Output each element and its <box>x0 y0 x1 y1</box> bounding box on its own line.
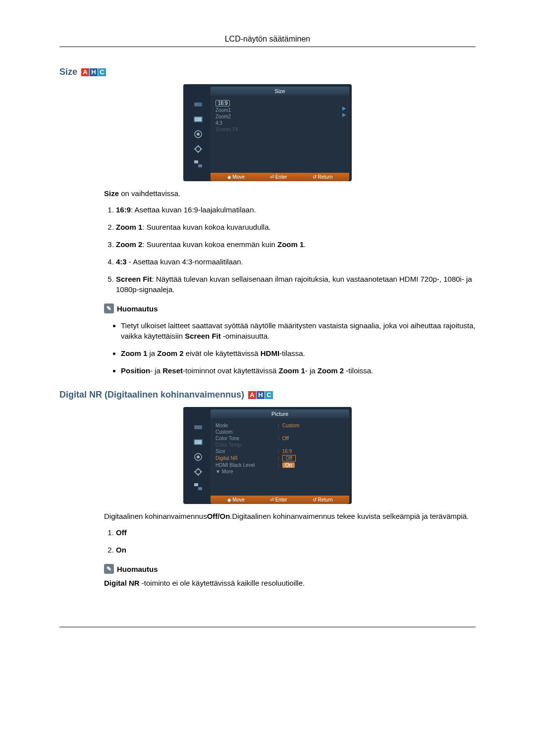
svg-point-12 <box>195 426 197 428</box>
setup-icon <box>190 143 206 155</box>
osd-footer-move: ◆ Move <box>227 497 245 503</box>
svg-rect-10 <box>198 164 202 167</box>
svg-point-2 <box>199 103 201 105</box>
picture-icon <box>190 436 206 448</box>
input-icon <box>190 99 206 110</box>
osd-size-title: Size <box>211 87 349 96</box>
svg-point-5 <box>196 118 198 120</box>
sound-icon <box>190 128 206 140</box>
note-icon: ✎ <box>104 564 114 574</box>
svg-point-7 <box>197 133 200 136</box>
osd-footer: ◆ Move ⏎ Enter ↺ Return <box>211 496 349 504</box>
svg-point-1 <box>195 103 197 105</box>
osd-item-zoom1: Zoom1▶ <box>214 107 344 113</box>
size-item-screen-fit: Screen Fit: Näyttää tulevan kuvan sellai… <box>116 274 476 295</box>
osd-item-4-3: 4:3 <box>214 120 344 126</box>
osd-size-panel: Size 16:9 Zoom1▶ Zoom2▶ 4:3 Screen Fit <box>183 84 352 181</box>
ahc-badge: A H C <box>81 68 106 76</box>
size-item-4-3: 4:3 - Asettaa kuvan 4:3-normaalitilaan. <box>116 256 476 267</box>
osd-row-color-tone: Color Tone: Off <box>214 435 344 442</box>
osd-row-color-temp: Color Temp. <box>214 442 344 448</box>
osd-row-custom: Custom <box>214 429 344 435</box>
osd-item-screen-fit: Screen Fit <box>214 126 344 133</box>
multi-icon <box>190 158 206 170</box>
osd-row-more: ▼ More <box>214 468 344 475</box>
size-note-bullets: Tietyt ulkoiset laitteet saattavat syött… <box>104 320 476 376</box>
osd-footer: ◆ Move ⏎ Enter ↺ Return <box>211 173 349 181</box>
ahc-badge: A H C <box>248 391 273 399</box>
nr-item-off: Off <box>116 527 476 538</box>
top-rule <box>59 47 476 47</box>
section-nr-heading-text: Digital NR (Digitaalinen kohinanvaimennu… <box>59 390 244 400</box>
picture-icon <box>190 113 206 125</box>
svg-point-19 <box>196 469 201 474</box>
note-heading: ✎ Huomautus <box>104 303 476 313</box>
setup-icon <box>190 466 206 478</box>
note-label: Huomautus <box>117 565 158 573</box>
section-nr-heading: Digital NR (Digitaalinen kohinanvaimennu… <box>59 390 476 400</box>
osd-row-digital-nr: Digital NR: Off <box>214 454 344 462</box>
note-icon: ✎ <box>104 303 114 313</box>
nr-item-on: On <box>116 545 476 555</box>
svg-point-16 <box>196 441 198 443</box>
multi-icon <box>190 481 206 493</box>
badge-h-icon: H <box>257 391 265 399</box>
nr-note-text: Digital NR -toiminto ei ole käytettäviss… <box>104 579 476 587</box>
badge-c-icon: C <box>265 391 273 399</box>
svg-rect-20 <box>194 483 198 486</box>
osd-footer-move: ◆ Move <box>227 174 245 180</box>
osd-footer-return: ↺ Return <box>313 174 333 180</box>
osd-footer-enter: ⏎ Enter <box>270 174 287 180</box>
size-note-1: Tietyt ulkoiset laitteet saattavat syött… <box>121 320 476 341</box>
input-icon <box>190 421 206 433</box>
size-item-zoom1: Zoom 1: Suurentaa kuvan kokoa kuvaruudul… <box>116 222 476 232</box>
osd-footer-enter: ⏎ Enter <box>270 497 287 503</box>
osd-sidebar <box>186 418 211 496</box>
osd-sidebar <box>186 96 211 173</box>
svg-point-13 <box>199 426 201 428</box>
chevron-right-icon: ▶ <box>342 112 346 117</box>
osd-row-size: Size: 16:9 <box>214 448 344 454</box>
size-note-2: Zoom 1 ja Zoom 2 eivät ole käytettävissä… <box>121 348 476 358</box>
osd-row-mode: Mode: Custom <box>214 422 344 429</box>
svg-point-8 <box>196 147 201 151</box>
svg-rect-21 <box>198 487 202 490</box>
section-size-heading: Size A H C <box>59 67 476 77</box>
nr-intro: Digitaalinen kohinanvaimennusOff/On.Digi… <box>104 512 476 520</box>
svg-point-18 <box>197 455 200 458</box>
osd-picture-list: Mode: Custom Custom Color Tone: Off Colo… <box>214 422 344 475</box>
svg-rect-9 <box>194 160 198 163</box>
size-mode-list: 16:9: Asettaa kuvan 16:9-laajakulmatilaa… <box>104 204 476 295</box>
osd-picture-panel: Picture Mode: Custom Custom Color Tone: … <box>183 407 352 504</box>
osd-item-16-9: 16:9 <box>214 100 344 107</box>
badge-c-icon: C <box>98 68 106 76</box>
size-note-3: Position- ja Reset-toiminnot ovat käytet… <box>121 365 476 376</box>
osd-item-zoom2: Zoom2▶ <box>214 113 344 120</box>
nr-mode-list: Off On <box>104 527 476 555</box>
note-heading: ✎ Huomautus <box>104 564 476 574</box>
osd-size-list: 16:9 Zoom1▶ Zoom2▶ 4:3 Screen Fit <box>214 100 344 133</box>
chevron-right-icon: ▶ <box>342 105 346 111</box>
badge-a-icon: A <box>81 68 89 76</box>
page-header-title: LCD-näytön säätäminen <box>59 35 476 44</box>
badge-h-icon: H <box>90 68 98 76</box>
osd-row-hdmi-black: HDMI Black Level: On <box>214 462 344 468</box>
section-size-heading-text: Size <box>59 67 77 77</box>
size-item-16-9: 16:9: Asettaa kuvan 16:9-laajakulmatilaa… <box>116 204 476 215</box>
note-label: Huomautus <box>117 304 158 313</box>
size-intro: Size on vaihdettavissa. <box>104 189 476 198</box>
osd-footer-return: ↺ Return <box>313 497 333 503</box>
size-item-zoom2: Zoom 2: Suurentaa kuvan kokoa enemmän ku… <box>116 239 476 250</box>
osd-picture-title: Picture <box>211 409 349 418</box>
badge-a-icon: A <box>248 391 256 399</box>
bottom-rule <box>59 627 476 627</box>
sound-icon <box>190 451 206 463</box>
